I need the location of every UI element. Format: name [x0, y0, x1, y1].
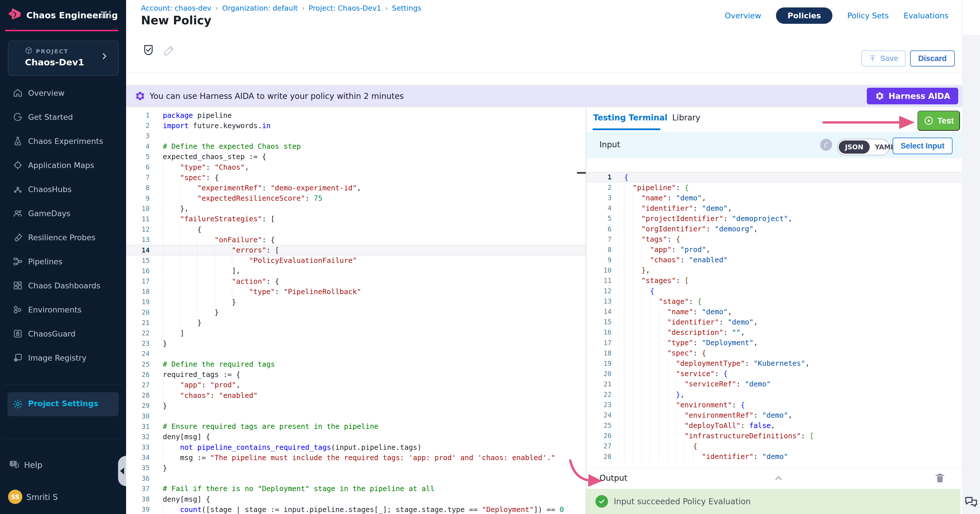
code-line: 13 "stage": { — [586, 296, 962, 306]
breadcrumb-link[interactable]: Organization: default — [222, 4, 298, 12]
indent-guide — [633, 224, 633, 234]
support-chat-icon[interactable] — [964, 495, 978, 509]
code-line: 15 "PolicyEvaluationFailure" — [126, 255, 586, 266]
sidebar-item-label: Chaos Dashboards — [28, 281, 100, 290]
sidebar-item-chaos-dashboards[interactable]: Chaos Dashboards — [0, 274, 126, 298]
code-line: 29} — [126, 401, 586, 411]
sidebar-item-label: Chaos Experiments — [28, 137, 103, 146]
project-selector[interactable]: PROJECT Chaos-Dev1 — [8, 41, 119, 76]
indent-guide — [633, 379, 633, 389]
sidebar-item-label: Help — [24, 460, 42, 470]
code-line: 27 "app": "prod", — [126, 380, 586, 390]
breadcrumb-link[interactable]: Project: Chaos-Dev1 — [309, 4, 381, 12]
indent-guide — [633, 410, 633, 420]
trash-icon[interactable] — [934, 471, 946, 484]
sidebar-item-gamedays[interactable]: GameDays — [0, 201, 126, 225]
test-button[interactable]: Test — [918, 111, 960, 131]
code-line: 21 "serviceRef": "demo" — [586, 379, 962, 389]
code-line: 35} — [126, 463, 586, 473]
sidebar-item-chaos-experiments[interactable]: Chaos Experiments — [0, 129, 126, 153]
sidebar-item-chaosguard[interactable]: ChaosGuard — [0, 321, 126, 346]
code-line: 28 "identifier": "demo" — [586, 452, 962, 462]
sidebar-item-project-settings[interactable]: Project Settings — [8, 392, 119, 416]
indent-guide — [633, 317, 633, 327]
module-switcher-icon[interactable] — [101, 11, 112, 18]
code-line: 33 not pipeline_contains_required_tags(i… — [126, 442, 586, 452]
line-number: 28 — [126, 391, 150, 399]
sidebar-item-pipelines[interactable]: Pipelines — [0, 250, 126, 274]
chevron-up-icon[interactable] — [773, 473, 784, 484]
tab-policies[interactable]: Policies — [776, 8, 832, 24]
panel-resize-handle[interactable] — [577, 172, 586, 174]
breadcrumb-link[interactable]: Account: chaos-dev — [141, 4, 212, 12]
sidebar-collapse-handle[interactable] — [118, 456, 127, 486]
line-number: 15 — [586, 318, 611, 326]
code-line: 9 "chaos": "enabled" — [586, 255, 962, 265]
indent-guide — [197, 276, 197, 286]
indent-guide — [197, 297, 197, 307]
indent-guide — [633, 213, 633, 224]
sidebar-item-application-maps[interactable]: Application Maps — [0, 153, 126, 177]
save-button[interactable]: Save — [861, 51, 905, 67]
tab-testing-terminal[interactable]: Testing Terminal — [593, 113, 667, 123]
brand-accent-bar — [5, 30, 118, 31]
indent-guide — [667, 400, 668, 410]
line-number: 15 — [126, 257, 150, 264]
tab-overview[interactable]: Overview — [725, 8, 761, 24]
sidebar-item-resilience-probes[interactable]: Resilience Probes — [0, 225, 126, 250]
harness-aida-button[interactable]: Harness AIDA — [867, 88, 958, 104]
indent-guide — [215, 245, 215, 255]
code-line: 26required_tags := { — [126, 369, 586, 380]
line-number: 31 — [126, 423, 150, 430]
tab-policy-sets[interactable]: Policy Sets — [847, 8, 889, 24]
code-line: 38deny[msg] { — [126, 494, 586, 504]
indent-guide — [667, 390, 668, 399]
breadcrumb-separator: › — [385, 4, 388, 12]
sidebar-menu: OverviewGet StartedChaos ExperimentsAppl… — [0, 81, 126, 370]
aida-button-label: Harness AIDA — [889, 91, 950, 101]
indent-guide — [633, 193, 633, 203]
policy-code-editor[interactable]: 1package pipeline2import future.keywords… — [126, 108, 586, 514]
indent-guide — [163, 318, 163, 328]
get-started-icon — [13, 112, 23, 122]
edit-pencil-icon[interactable] — [163, 44, 175, 57]
sidebar-item-image-registry[interactable]: Image Registry — [0, 346, 126, 370]
line-number: 16 — [126, 267, 150, 275]
format-toggle[interactable]: JSON YAML — [837, 139, 889, 155]
format-option-json[interactable]: JSON — [839, 140, 870, 154]
indent-guide — [650, 296, 650, 306]
project-label: PROJECT — [36, 48, 68, 55]
indent-guide — [633, 358, 633, 368]
code-line: 12 { — [126, 224, 586, 234]
indent-guide — [659, 327, 659, 337]
indent-guide — [180, 193, 180, 203]
discard-button[interactable]: Discard — [910, 51, 955, 67]
tab-evaluations[interactable]: Evaluations — [904, 8, 948, 24]
indent-guide — [163, 390, 163, 401]
input-json-editor[interactable]: 1{2 "pipeline": {3 "name": "demo",4 "ide… — [586, 159, 962, 480]
sidebar-item-environments[interactable]: Environments — [0, 298, 126, 321]
indent-guide — [163, 297, 163, 307]
user-name: Smriti S — [26, 492, 58, 502]
sidebar-item-label: Project Settings — [28, 399, 98, 408]
indent-guide — [633, 234, 633, 244]
select-input-button[interactable]: Select Input — [892, 138, 953, 154]
sidebar-item-get-started[interactable]: Get Started — [0, 105, 126, 129]
indent-guide — [659, 348, 659, 358]
sidebar-item-user[interactable]: SS Smriti S — [0, 489, 126, 507]
gear-icon — [13, 399, 23, 409]
sidebar-item-chaoshubs[interactable]: ChaosHubs — [0, 177, 126, 201]
code-line: 1{ — [586, 172, 962, 182]
breadcrumb-link[interactable]: Settings — [392, 4, 422, 12]
indent-guide — [163, 214, 163, 224]
indent-guide — [633, 338, 633, 348]
sidebar-item-overview[interactable]: Overview — [0, 81, 126, 105]
prettify-icon[interactable] — [820, 139, 832, 151]
page-right-gutter-lower — [963, 35, 980, 514]
sidebar-item-help[interactable]: ? Help — [0, 457, 126, 476]
tab-library[interactable]: Library — [672, 113, 700, 123]
shield-check-icon[interactable] — [142, 44, 155, 57]
users-icon — [13, 208, 23, 218]
indent-guide — [659, 410, 659, 420]
line-number: 1 — [586, 173, 611, 181]
